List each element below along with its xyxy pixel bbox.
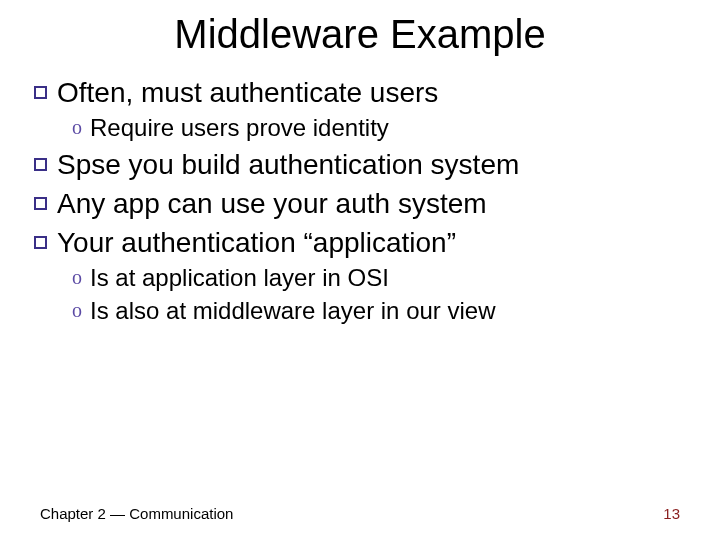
bullet-text: Spse you build authentication system	[57, 147, 519, 182]
bullet-level1: Spse you build authentication system	[34, 147, 686, 182]
bullet-level1: Any app can use your auth system	[34, 186, 686, 221]
circle-bullet-icon: o	[72, 264, 82, 290]
bullet-level2: o Is also at middleware layer in our vie…	[72, 295, 686, 326]
circle-bullet-icon: o	[72, 297, 82, 323]
bullet-level2: o Require users prove identity	[72, 112, 686, 143]
bullet-text: Require users prove identity	[90, 112, 389, 143]
bullet-text: Any app can use your auth system	[57, 186, 487, 221]
slide-title: Middleware Example	[0, 12, 720, 57]
circle-bullet-icon: o	[72, 114, 82, 140]
footer: Chapter 2 — Communication 13	[40, 505, 680, 522]
footer-left: Chapter 2 — Communication	[40, 505, 233, 522]
square-bullet-icon	[34, 197, 47, 210]
square-bullet-icon	[34, 158, 47, 171]
bullet-level1: Your authentication “application”	[34, 225, 686, 260]
bullet-text: Is also at middleware layer in our view	[90, 295, 496, 326]
slide: Middleware Example Often, must authentic…	[0, 12, 720, 540]
square-bullet-icon	[34, 236, 47, 249]
square-bullet-icon	[34, 86, 47, 99]
slide-body: Often, must authenticate users o Require…	[0, 75, 720, 327]
bullet-text: Your authentication “application”	[57, 225, 456, 260]
bullet-text: Often, must authenticate users	[57, 75, 438, 110]
page-number: 13	[663, 505, 680, 522]
bullet-level1: Often, must authenticate users	[34, 75, 686, 110]
bullet-level2: o Is at application layer in OSI	[72, 262, 686, 293]
bullet-text: Is at application layer in OSI	[90, 262, 389, 293]
